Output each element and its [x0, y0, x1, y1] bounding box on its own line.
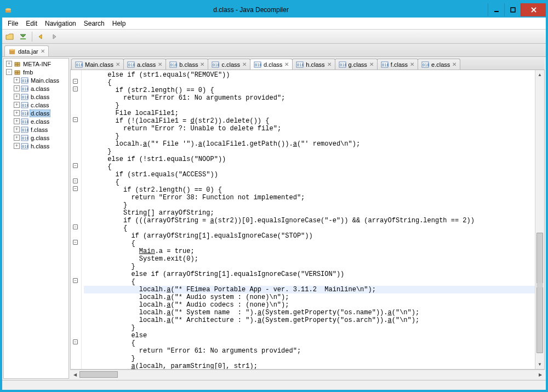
menu-help[interactable]: Help — [109, 19, 129, 28]
code-line: { — [84, 278, 535, 286]
close-icon[interactable]: ✕ — [41, 48, 45, 54]
menu-edit[interactable]: Edit — [22, 19, 41, 28]
code-line: localh.a("* System name : ").a(System.ge… — [84, 309, 535, 316]
open-file-button[interactable] — [4, 31, 15, 42]
code-line: { — [84, 79, 535, 87]
fold-toggle[interactable]: − — [73, 224, 78, 229]
tree-node[interactable]: +010g.class — [4, 134, 68, 142]
editor-tab[interactable]: 010a.class ✕ — [123, 59, 166, 70]
fold-toggle[interactable]: − — [73, 87, 78, 91]
maximize-button[interactable] — [504, 3, 521, 16]
close-icon[interactable]: ✕ — [327, 61, 332, 67]
close-icon[interactable]: ✕ — [200, 61, 204, 67]
close-icon[interactable]: ✕ — [116, 61, 120, 67]
vertical-scrollbar[interactable]: ▲ ▼ — [535, 70, 544, 369]
menu-file[interactable]: File — [4, 19, 21, 28]
svg-point-6 — [10, 49, 14, 50]
fold-gutter[interactable]: −−−−−−−−−− — [71, 70, 82, 369]
menu-search[interactable]: Search — [81, 19, 108, 28]
editor-tab[interactable]: 010d.class ✕ — [250, 59, 293, 70]
app-icon — [2, 6, 14, 14]
close-button[interactable] — [521, 3, 546, 16]
tree-node[interactable]: +010b.class — [4, 93, 68, 101]
hscroll-thumb[interactable] — [79, 371, 118, 378]
code-line: } — [84, 263, 535, 270]
fold-toggle[interactable]: − — [73, 339, 78, 344]
svg-text:010: 010 — [22, 145, 28, 149]
svg-text:010: 010 — [22, 120, 28, 124]
tree-node[interactable]: +010e.class — [4, 117, 68, 125]
scroll-down-icon[interactable]: ▼ — [535, 360, 544, 369]
code-line: { — [84, 224, 535, 232]
code-line: localh.a("* Audio codecs : (none)\n"); — [84, 301, 535, 309]
scroll-right-icon[interactable]: ▶ — [535, 370, 545, 379]
editor-tab[interactable]: 010e.class ✕ — [418, 59, 460, 70]
menubar: File Edit Navigation Search Help — [2, 18, 546, 30]
code-line: } — [84, 148, 535, 155]
svg-text:010: 010 — [213, 63, 219, 67]
fold-toggle[interactable]: − — [73, 278, 78, 283]
menu-navigation[interactable]: Navigation — [42, 19, 79, 28]
fold-toggle[interactable]: − — [73, 240, 78, 245]
statusbar — [2, 380, 546, 390]
editor-tab[interactable]: 010h.class ✕ — [292, 59, 335, 70]
tree-node[interactable]: +010c.class — [4, 101, 68, 109]
editor-tab[interactable]: 010g.class ✕ — [335, 59, 378, 70]
close-icon[interactable]: ✕ — [242, 61, 247, 67]
close-icon[interactable]: ✕ — [158, 61, 162, 67]
code-line: System.exit(0); — [84, 255, 535, 263]
code-line: a(localh, paramString[0], str1); — [84, 362, 535, 369]
close-icon[interactable]: ✕ — [284, 61, 289, 67]
titlebar: d.class - Java Decompiler — [2, 2, 546, 18]
code-line: return "Error 61: No arguments provided"… — [84, 94, 535, 102]
fold-toggle[interactable]: − — [73, 178, 78, 183]
svg-rect-4 — [20, 38, 26, 39]
editor-tab[interactable]: 010c.class ✕ — [208, 59, 250, 70]
scroll-left-icon[interactable]: ◀ — [70, 370, 79, 379]
editor-tab[interactable]: 010f.class ✕ — [377, 59, 418, 70]
close-icon[interactable]: ✕ — [369, 61, 374, 67]
scroll-up-icon[interactable]: ▲ — [535, 70, 544, 79]
editor-tab[interactable]: 010Main.class ✕ — [71, 59, 124, 70]
code-line: else if (str1.equals("REMOVE")) — [84, 71, 535, 79]
code-line: } — [84, 132, 535, 140]
close-icon[interactable]: ✕ — [410, 61, 414, 67]
nav-back-button[interactable] — [36, 31, 47, 42]
scroll-thumb[interactable] — [536, 233, 543, 353]
expand-button[interactable] — [18, 31, 28, 42]
code-line: } — [84, 201, 535, 209]
tree-node[interactable]: +010h.class — [4, 142, 68, 150]
tree-node[interactable]: -fmb — [4, 68, 68, 76]
tree-node[interactable]: +010a.class — [4, 84, 68, 93]
tree-node[interactable]: +010f.class — [4, 125, 68, 134]
code-line: } — [84, 355, 535, 362]
svg-text:010: 010 — [255, 63, 261, 67]
svg-text:010: 010 — [22, 103, 28, 108]
close-icon[interactable]: ✕ — [452, 61, 456, 67]
svg-text:010: 010 — [22, 79, 28, 83]
fold-toggle[interactable]: − — [73, 117, 78, 122]
tree-node[interactable]: +010d.class — [4, 109, 68, 117]
code-line: localh.a("* File '").a(localFile1.getPat… — [84, 140, 535, 148]
code-line: if (str2.length() == 0) { — [84, 87, 535, 94]
code-line: File localFile1; — [84, 109, 535, 117]
code-line: if (arrayOfString[1].equalsIgnoreCase("S… — [84, 232, 535, 240]
code-line: } — [84, 102, 535, 109]
package-explorer[interactable]: +META-INF-fmb+010Main.class+010a.class+0… — [3, 58, 69, 379]
fold-toggle[interactable]: − — [73, 163, 78, 168]
jar-tab[interactable]: data.jar ✕ — [4, 45, 49, 56]
minimize-button[interactable] — [488, 3, 504, 16]
editor-tab[interactable]: 010b.class ✕ — [165, 59, 208, 70]
nav-forward-button[interactable] — [49, 31, 60, 42]
fold-toggle[interactable]: − — [73, 186, 78, 191]
code-editor[interactable]: else if (str1.equals("REMOVE")) { if (st… — [82, 70, 535, 369]
tree-node[interactable]: +010Main.class — [4, 76, 68, 84]
code-line: return "Error ?: Unable to delete file"; — [84, 125, 535, 132]
tree-node[interactable]: +META-INF — [4, 60, 68, 68]
window-title: d.class - Java Decompiler — [14, 6, 488, 14]
code-line: { — [84, 163, 535, 171]
svg-text:010: 010 — [382, 63, 389, 67]
fold-toggle[interactable]: − — [73, 79, 78, 84]
horizontal-scrollbar[interactable]: ◀ ▶ — [70, 370, 545, 379]
svg-text:010: 010 — [297, 63, 304, 67]
